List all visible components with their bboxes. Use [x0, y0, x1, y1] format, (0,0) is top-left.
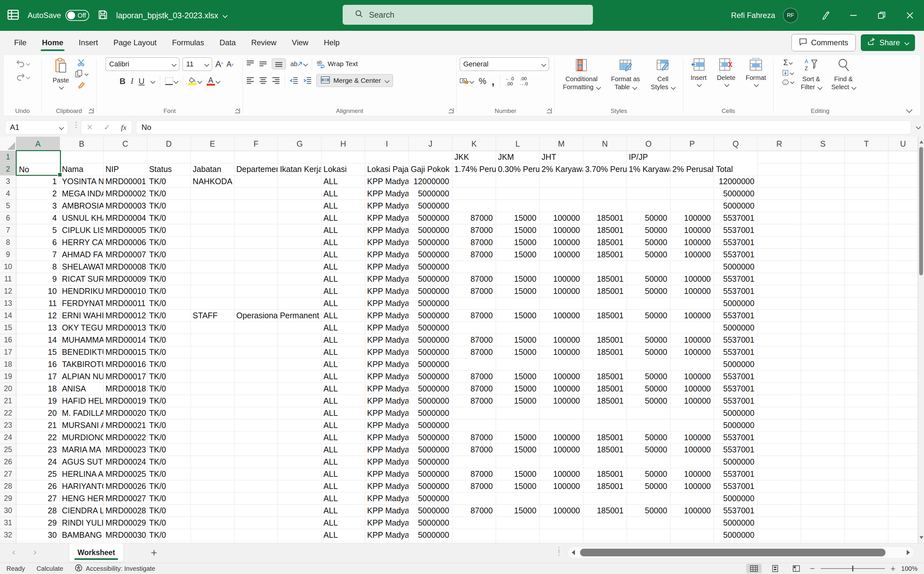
zoom-in-button[interactable]: + — [891, 564, 896, 574]
cell[interactable] — [888, 297, 918, 310]
cell[interactable]: ALL — [322, 517, 365, 529]
search-input[interactable]: Search — [343, 5, 593, 25]
column-header-I[interactable]: I — [365, 137, 409, 151]
cell[interactable] — [670, 175, 714, 188]
cell[interactable] — [757, 224, 801, 237]
cell[interactable]: 100000 — [670, 310, 714, 322]
cell[interactable]: 8 — [16, 261, 60, 273]
cell[interactable] — [888, 395, 918, 407]
select-all-button[interactable] — [0, 137, 16, 151]
cell[interactable] — [670, 419, 714, 432]
cell[interactable]: ALL — [322, 285, 365, 297]
cell[interactable]: Ikatan Kerja — [278, 163, 322, 175]
cell[interactable]: KPP Madya — [365, 444, 409, 456]
cell[interactable]: 50000 — [627, 212, 670, 224]
cell[interactable]: 50000 — [627, 505, 670, 517]
cell[interactable]: OKY TEGUH — [60, 322, 104, 334]
cell[interactable]: 50000 — [627, 383, 670, 395]
cell[interactable] — [845, 212, 888, 224]
minimize-button[interactable] — [839, 0, 867, 31]
cell[interactable]: 100000 — [540, 237, 583, 249]
cell[interactable]: MRD00025 — [104, 468, 147, 480]
cell[interactable]: M. FADILLA — [60, 407, 104, 419]
cell[interactable] — [801, 224, 845, 237]
cell[interactable] — [191, 505, 235, 517]
cell[interactable] — [845, 297, 888, 310]
cell[interactable]: TK/0 — [147, 468, 191, 480]
cell[interactable]: TK/0 — [147, 371, 191, 383]
cell[interactable] — [845, 322, 888, 334]
cell[interactable]: 1% Karyawan — [627, 163, 670, 175]
cell[interactable]: ALL — [322, 249, 365, 261]
enter-entry-icon[interactable]: ✓ — [104, 123, 110, 132]
cell[interactable]: ALL — [322, 297, 365, 310]
cell[interactable]: 185001 — [583, 346, 627, 358]
cell[interactable] — [670, 151, 714, 163]
column-header-K[interactable]: K — [453, 137, 496, 151]
tab-insert[interactable]: Insert — [71, 34, 106, 52]
cell[interactable]: MRD00004 — [104, 212, 147, 224]
cell[interactable] — [235, 261, 278, 273]
cell[interactable] — [235, 371, 278, 383]
cell[interactable] — [801, 151, 845, 163]
cell[interactable] — [888, 407, 918, 419]
cell[interactable] — [278, 444, 322, 456]
cell[interactable]: BENEDIKTU — [60, 346, 104, 358]
zoom-out-button[interactable]: − — [810, 564, 815, 574]
cell[interactable] — [888, 456, 918, 468]
cell[interactable]: 5537001 — [714, 480, 757, 492]
row-header-30[interactable]: 30 — [0, 505, 16, 517]
cell[interactable] — [670, 358, 714, 371]
cell[interactable]: TK/0 — [147, 237, 191, 249]
cell[interactable]: ALL — [322, 261, 365, 273]
cell[interactable]: TK/0 — [147, 188, 191, 200]
cell[interactable]: 15000 — [496, 444, 540, 456]
cell[interactable]: 6 — [16, 237, 60, 249]
scroll-down-icon[interactable] — [919, 536, 923, 539]
copy-icon[interactable] — [75, 69, 88, 78]
cell[interactable] — [453, 456, 496, 468]
status-calculate[interactable]: Calculate — [36, 565, 63, 572]
cell[interactable]: 29 — [16, 517, 60, 529]
cell[interactable] — [453, 322, 496, 334]
cell[interactable]: TK/0 — [147, 517, 191, 529]
cell[interactable]: 185001 — [583, 237, 627, 249]
cell[interactable] — [757, 407, 801, 419]
cell[interactable]: AMBROSIA — [60, 200, 104, 212]
cell[interactable] — [888, 480, 918, 492]
underline-dropdown-icon[interactable] — [150, 79, 155, 84]
cell[interactable]: 5537001 — [714, 273, 757, 285]
avatar[interactable]: RF — [783, 8, 798, 23]
cell[interactable]: 5537001 — [714, 334, 757, 346]
cell[interactable] — [235, 200, 278, 212]
cell[interactable] — [888, 334, 918, 346]
cell[interactable] — [801, 529, 845, 541]
cell[interactable]: 5000000 — [409, 456, 453, 468]
cell[interactable] — [583, 419, 627, 432]
borders-button[interactable] — [165, 77, 178, 85]
cell[interactable] — [496, 358, 540, 371]
shrink-font-button[interactable]: Av — [227, 60, 233, 69]
cell[interactable] — [278, 212, 322, 224]
cell[interactable] — [757, 529, 801, 541]
cell[interactable] — [757, 249, 801, 261]
cell[interactable] — [278, 358, 322, 371]
find-select-button[interactable]: Find &Select — [829, 57, 858, 92]
cell[interactable]: KPP Madya — [365, 188, 409, 200]
cell[interactable] — [235, 334, 278, 346]
vertical-scrollbar-thumb[interactable] — [919, 147, 923, 275]
tab-page-layout[interactable]: Page Layout — [106, 34, 164, 52]
bottom-align-button[interactable] — [272, 58, 286, 69]
cell[interactable] — [235, 273, 278, 285]
cell[interactable] — [278, 261, 322, 273]
row-header-17[interactable]: 17 — [0, 346, 16, 358]
cell[interactable] — [757, 237, 801, 249]
cell[interactable]: MRD00028 — [104, 505, 147, 517]
cell[interactable] — [365, 151, 409, 163]
cell[interactable] — [104, 151, 147, 163]
cell[interactable]: 5000000 — [409, 188, 453, 200]
cell[interactable]: KPP Madya — [365, 395, 409, 407]
cell[interactable]: 5000000 — [409, 322, 453, 334]
cell[interactable]: TK/0 — [147, 200, 191, 212]
cell[interactable]: 100000 — [540, 432, 583, 444]
